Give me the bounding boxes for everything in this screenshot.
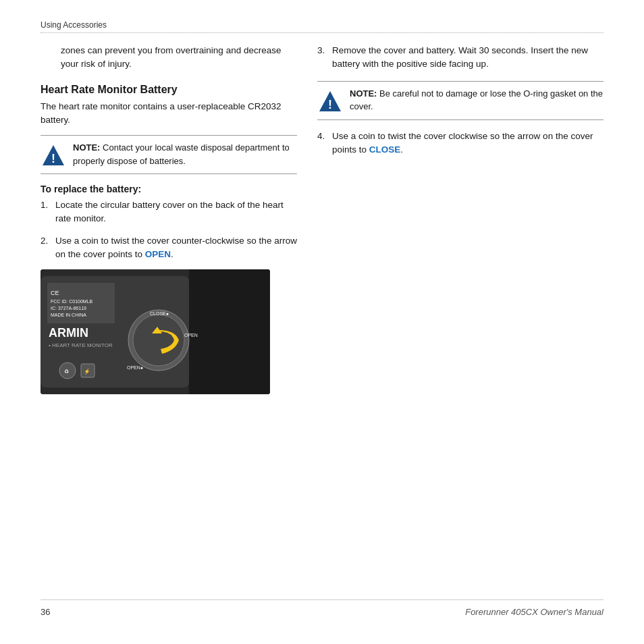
svg-text:OPEN: OPEN xyxy=(184,333,198,338)
note-1-bold: NOTE: xyxy=(73,142,100,153)
svg-text:IC: 3727A-66119: IC: 3727A-66119 xyxy=(51,306,86,311)
svg-rect-4 xyxy=(189,269,270,394)
step4-after: . xyxy=(400,144,403,155)
right-steps-list: 3. Remove the cover and battery. Wait 30… xyxy=(317,44,603,72)
step-num-4: 4. xyxy=(317,130,332,157)
note-box-1: ! NOTE: Contact your local waste disposa… xyxy=(41,135,297,174)
svg-text:ARMIN: ARMIN xyxy=(49,326,88,340)
section-sub-text: The heart rate monitor contains a user-r… xyxy=(41,100,297,128)
note-1-body: Contact your local waste disposal depart… xyxy=(73,142,290,166)
open-label: OPEN xyxy=(145,249,171,259)
step-num-1: 1. xyxy=(41,198,55,226)
note-2-body: Be careful not to damage or lose the O-r… xyxy=(350,88,603,112)
replace-heading: To replace the battery: xyxy=(41,184,297,194)
svg-text:♻: ♻ xyxy=(64,369,69,375)
step-num-3: 3. xyxy=(317,44,332,72)
list-item: 4. Use a coin to twist the cover clockwi… xyxy=(317,130,603,157)
page-header: Using Accessories xyxy=(41,20,603,33)
right-steps-list-2: 4. Use a coin to twist the cover clockwi… xyxy=(317,130,603,157)
svg-text:• HEART RATE MONITOR: • HEART RATE MONITOR xyxy=(49,342,113,348)
device-image: CE FCC ID: C0100MLB IC: 3727A-66119 MADE… xyxy=(41,269,270,394)
note-1-text: NOTE: Contact your local waste disposal … xyxy=(73,141,297,167)
note-2-text: NOTE: Be careful not to damage or lose t… xyxy=(350,87,603,113)
svg-text:!: ! xyxy=(328,98,332,111)
step-text-1: Locate the circular battery cover on the… xyxy=(55,198,297,226)
manual-title: Forerunner 405CX Owner's Manual xyxy=(465,607,603,617)
warning-icon-2: ! xyxy=(317,88,343,114)
left-steps-list: 1. Locate the circular battery cover on … xyxy=(41,198,297,261)
svg-text:MADE IN CHINA: MADE IN CHINA xyxy=(51,313,86,317)
step-text-2: Use a coin to twist the cover counter-cl… xyxy=(55,234,297,262)
svg-text:OPEN●: OPEN● xyxy=(127,365,143,370)
list-item: 2. Use a coin to twist the cover counter… xyxy=(41,234,297,262)
close-label: CLOSE xyxy=(369,144,401,155)
step-num-2: 2. xyxy=(41,234,55,262)
svg-text:!: ! xyxy=(51,152,55,165)
step-text-4: Use a coin to twist the cover clockwise … xyxy=(332,130,603,157)
svg-text:⚡: ⚡ xyxy=(84,368,90,375)
list-item: 1. Locate the circular battery cover on … xyxy=(41,198,297,226)
step-text-3: Remove the cover and battery. Wait 30 se… xyxy=(332,44,603,72)
list-item: 3. Remove the cover and battery. Wait 30… xyxy=(317,44,603,72)
intro-text: zones can prevent you from overtraining … xyxy=(41,44,297,72)
step2-after: . xyxy=(171,249,173,259)
note-box-2: ! NOTE: Be careful not to damage or lose… xyxy=(317,81,603,120)
warning-icon-1: ! xyxy=(41,142,66,168)
page-footer: 36 Forerunner 405CX Owner's Manual xyxy=(41,599,603,617)
svg-text:CE: CE xyxy=(51,290,59,296)
section-label: Using Accessories xyxy=(41,20,603,30)
content-columns: zones can prevent you from overtraining … xyxy=(41,37,603,599)
page-number: 36 xyxy=(41,607,50,617)
left-column: zones can prevent you from overtraining … xyxy=(41,44,297,599)
header-divider xyxy=(41,32,603,33)
section-heading: Heart Rate Monitor Battery xyxy=(41,84,297,96)
step2-before: Use a coin to twist the cover counter-cl… xyxy=(55,236,297,259)
right-column: 3. Remove the cover and battery. Wait 30… xyxy=(317,44,603,599)
svg-text:FCC ID: C0100MLB: FCC ID: C0100MLB xyxy=(51,299,93,304)
svg-text:CLOSE●: CLOSE● xyxy=(150,311,169,316)
note-2-bold: NOTE: xyxy=(350,88,377,99)
